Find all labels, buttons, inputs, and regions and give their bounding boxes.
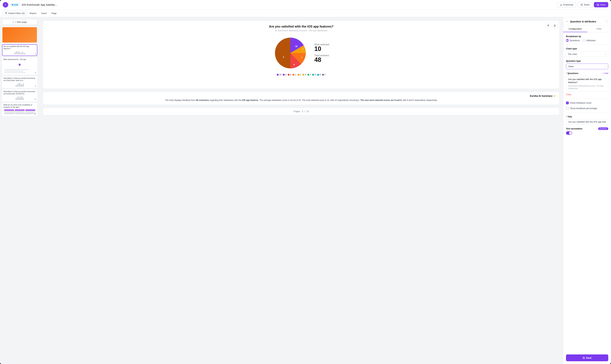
chart-type-select[interactable]: Pie chart Bar chart Line chart: [566, 51, 608, 57]
svg-text:7: 7: [301, 56, 302, 58]
main-content: + + New page 1 Are you satisfied with th…: [0, 17, 611, 364]
tab-configuration[interactable]: Configuration: [563, 26, 587, 32]
download-icon: [560, 4, 562, 6]
global-filters-button[interactable]: Global Filters (0): [3, 11, 27, 16]
back-button[interactable]: [3, 2, 8, 8]
attributes-radio-dot: [583, 39, 585, 42]
legend-item: 1: [293, 74, 296, 76]
sidebar: + + New page 1 Are you satisfied with th…: [0, 17, 39, 364]
live-badge: Live: [10, 3, 20, 6]
page-footer: Pages 2 / 13: [43, 107, 560, 115]
center-panel: ✥ 🗑 Are you satisfied with the iOS app f…: [39, 17, 563, 364]
question-card-more[interactable]: ⋮: [604, 78, 607, 80]
topbar: Live iOS EverGoods' App Satisfac... Down…: [0, 0, 611, 10]
clear-button[interactable]: Clear: [566, 93, 571, 96]
save-button-top[interactable]: Save: [594, 2, 608, 7]
question-card-sub: EverGoods (Marketing Account) - iOS App …: [568, 85, 606, 90]
svg-line-5: [581, 4, 582, 4]
toggle-thumb: [569, 132, 572, 134]
breakdown-attributes[interactable]: Attributes: [583, 39, 596, 42]
chart-body: 16 7 7 8: [47, 36, 555, 70]
legend-item: 5: [312, 74, 316, 76]
chart-subtitle: EverGoods (Marketing Account) - iOS App …: [47, 29, 555, 32]
legend-item: 2: [298, 74, 301, 76]
title-input[interactable]: [566, 119, 608, 125]
right-panel: ← Question & attributes ⋮ Configuration …: [563, 17, 611, 364]
right-panel-more[interactable]: ⋮: [605, 19, 608, 23]
ai-summary-card: Eureka AI Summary ⚡ The chart displays f…: [43, 92, 560, 105]
right-panel-tabs: Configuration Filter: [563, 26, 611, 32]
breakdown-questions[interactable]: Questions: [566, 39, 580, 42]
save-button[interactable]: Save: [566, 354, 608, 361]
sidebar-page-4[interactable]: How likely is it that you would recommen…: [2, 76, 37, 88]
card-actions: ✥ 🗑: [545, 23, 557, 28]
sidebar-page-6[interactable]: What do you think of the availability of…: [2, 103, 37, 116]
feedback-percentage-checkbox[interactable]: [566, 107, 569, 110]
topbar-actions: Download Share Save: [557, 2, 608, 7]
page-1-thumbnail: [2, 27, 37, 43]
share-button[interactable]: Share: [577, 2, 593, 7]
right-panel-title: Question & attributes: [570, 20, 604, 23]
legend-item: 4: [302, 74, 306, 76]
sidebar-page-5[interactable]: How likely is it that you would recommen…: [2, 90, 37, 101]
text-annotation-toggle[interactable]: [566, 131, 572, 135]
questions-section: * Questions + Add ⋮ Are you satisfied wi…: [566, 72, 608, 96]
feedback-count-checkbox[interactable]: ✓: [566, 102, 569, 104]
eureka-badge: Eureka AI: [598, 127, 608, 130]
save-icon-top: [597, 4, 599, 6]
most-selected: Most selected 10: [314, 43, 329, 52]
sidebar-page-1[interactable]: 1: [2, 27, 37, 43]
move-button[interactable]: ✥: [545, 23, 551, 28]
chart-legend: 10 9 8 1 2 4 3 5 6 7: [47, 74, 555, 76]
insert-button[interactable]: Insert: [39, 11, 49, 15]
question-type-section: Question type Slider Rating Multiple cho…: [566, 60, 608, 69]
sidebar-page-3[interactable]: Main improvements - iOS app ★ 3: [2, 57, 37, 75]
svg-marker-6: [5, 13, 7, 14]
svg-text:8: 8: [294, 64, 295, 66]
live-dot: [12, 4, 13, 5]
legend-item: 6: [317, 74, 321, 76]
page-title: iOS EverGoods' App Satisfac...: [22, 3, 555, 6]
question-card-text: Are you satisfied with the iOS app featu…: [568, 78, 606, 84]
svg-text:7: 7: [302, 48, 303, 50]
chart-type-section: Chart type Pie chart Bar chart Line char…: [566, 47, 608, 57]
legend-item: 10: [277, 74, 282, 76]
text-annotation-section: Text annotation Eureka AI: [566, 127, 608, 135]
ai-summary-text: The chart displays feedback from 48 cust…: [46, 99, 556, 102]
new-page-button[interactable]: + + New page: [2, 19, 37, 25]
legend-item: 9: [283, 74, 286, 76]
tab-filter[interactable]: Filter: [587, 26, 611, 32]
add-question[interactable]: + Add: [602, 72, 608, 75]
questions-radio-dot: [566, 39, 569, 42]
chart-card: ✥ 🗑 Are you satisfied with the iOS app f…: [43, 21, 560, 89]
pie-chart: 16 7 7 8: [273, 36, 308, 70]
chart-title: Are you satisfied with the iOS app featu…: [47, 25, 555, 28]
sidebar-page-2[interactable]: Are you satisfied with the iOS app featu…: [2, 44, 37, 56]
chart-stats: Most selected 10 Total answers 48: [314, 43, 329, 63]
legend-item: 8: [288, 74, 291, 76]
svg-point-1: [582, 4, 583, 4]
title-section: * Title: [566, 116, 608, 125]
right-panel-body: Breakdown by Questions Attributes: [563, 32, 611, 364]
breakdown-section: Breakdown by Questions Attributes: [566, 35, 608, 42]
toolbar: Global Filters (0) Report Insert Page: [0, 10, 611, 17]
share-icon: [580, 4, 583, 6]
questions-header: * Questions + Add: [566, 72, 608, 75]
download-button[interactable]: Download: [557, 2, 576, 7]
delete-button[interactable]: 🗑: [552, 23, 557, 28]
page-button[interactable]: Page: [49, 11, 59, 15]
right-panel-back[interactable]: ←: [566, 20, 569, 23]
question-card: ⋮ Are you satisfied with the iOS app fea…: [566, 76, 608, 91]
new-page-icon: +: [13, 21, 14, 23]
svg-text:9: 9: [283, 56, 284, 58]
feedback-count-row: ✓ Show feedback count: [566, 102, 608, 104]
question-type-select[interactable]: Slider Rating Multiple choice: [566, 64, 608, 69]
breakdown-radio-group: Questions Attributes: [566, 39, 608, 42]
text-annotation-row: Text annotation Eureka AI: [566, 127, 608, 130]
filter-icon: [5, 12, 7, 14]
legend-item: 7: [322, 74, 326, 76]
report-button[interactable]: Report: [27, 11, 38, 15]
svg-point-7: [276, 30, 276, 30]
right-panel-header: ← Question & attributes ⋮: [563, 17, 611, 26]
svg-point-2: [581, 4, 581, 5]
